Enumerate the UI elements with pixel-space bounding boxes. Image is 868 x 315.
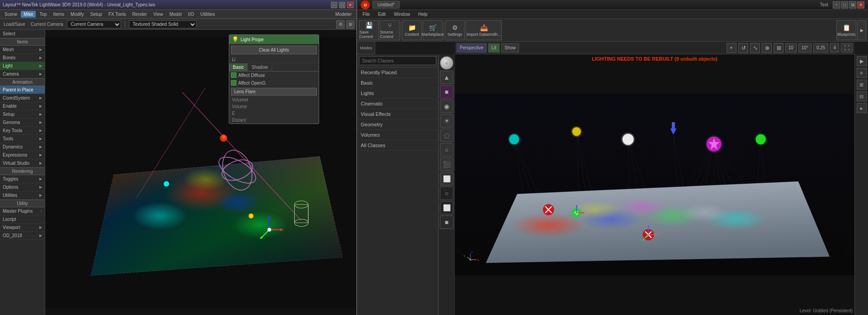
ue-source-control-btn[interactable]: ⑂ Source Control — [380, 20, 400, 40]
ue-save-current-btn[interactable]: 💾 Save Current — [359, 20, 379, 40]
lw-sidebar-bones[interactable]: Bones▶ — [0, 54, 45, 62]
lw-modify-tab[interactable]: Modify — [68, 11, 86, 18]
maximize-button[interactable]: □ — [339, 2, 345, 8]
ue-file-menu[interactable]: File — [359, 11, 373, 18]
ue-strip-btn-4[interactable]: ⊟ — [857, 91, 867, 101]
ue-maximize-btn[interactable]: □ — [841, 1, 848, 9]
lw-viewport[interactable]: ✦ — [45, 30, 356, 315]
ue-viewport-container[interactable]: LIGHTING NEEDS TO BE REBUILT (9 unbuilt … — [455, 54, 854, 315]
lw-select-item[interactable]: Select — [0, 30, 45, 38]
lw-display-select[interactable]: Textured Shaded Solid — [129, 20, 197, 29]
ue-settings-btn[interactable]: ⚙ Settings — [445, 20, 465, 40]
ue-scale-btn[interactable]: ⤡ — [750, 43, 760, 53]
lw-shadow-tab[interactable]: Shadow — [248, 63, 272, 71]
ue-blueprints-btn[interactable]: 📋 Blueprints — [836, 20, 856, 40]
lw-enable[interactable]: Enable▶ — [0, 102, 45, 110]
lw-master-plugins[interactable]: Master Plugins○ — [0, 207, 45, 215]
ue-angle-btn[interactable]: 10° — [798, 43, 811, 52]
lw-dynamics[interactable]: Dynamics▶ — [0, 143, 45, 151]
lw-scene-tab[interactable]: Scene — [2, 11, 20, 18]
lw-setup-tab[interactable]: Setup — [88, 11, 105, 18]
lw-coordsystem[interactable]: CoordSystem▶ — [0, 94, 45, 102]
ue-untitled-tab[interactable]: Untitled* — [373, 1, 400, 9]
lw-od2018[interactable]: OD_2018▶ — [0, 232, 45, 240]
lw-expressions[interactable]: Expressions▶ — [0, 151, 45, 159]
lw-view-tab[interactable]: View — [151, 11, 166, 18]
ue-sky-thumb[interactable]: ◌ — [440, 129, 453, 142]
affect-diffuse-checkbox[interactable] — [231, 72, 236, 78]
lw-utilities-item[interactable]: Utilities▶ — [0, 191, 45, 200]
ue-search-input[interactable] — [359, 56, 436, 65]
ue-expand-toolbar-btn[interactable]: ▶ — [857, 20, 866, 40]
close-button[interactable]: ✕ — [347, 2, 354, 8]
lw-items-tab[interactable]: Items — [51, 11, 67, 18]
ue-recently-placed[interactable]: Recently Placed — [357, 67, 438, 78]
ue-last-thumb[interactable]: ■ — [440, 215, 453, 229]
ue-viewport-type-btn[interactable]: Perspective — [457, 43, 486, 52]
ue-scale-val-btn[interactable]: 0.25 — [813, 43, 828, 52]
ue-help-menu[interactable]: Help — [415, 11, 431, 18]
lw-sidebar-mesh[interactable]: Mesh▶ — [0, 46, 45, 54]
lw-settings-icon[interactable]: ⚙ — [336, 20, 344, 29]
ue-close-btn[interactable]: ✕ — [857, 1, 864, 9]
ue-content-btn[interactable]: 📁 Content — [402, 20, 422, 40]
ue-strip-btn-1[interactable]: ▶ — [857, 56, 867, 66]
ue-capsule-thumb[interactable]: ⬜ — [440, 201, 453, 215]
lw-toggles[interactable]: Toggles▶ — [0, 175, 45, 183]
lw-tools[interactable]: Tools▶ — [0, 135, 45, 143]
lw-modeler-btn[interactable]: Modeler — [333, 11, 354, 18]
ue-visual-effects-item[interactable]: Visual Effects — [357, 109, 438, 119]
lw-model-tab[interactable]: Model — [167, 11, 184, 18]
ue-basic-item[interactable]: Basic — [357, 78, 438, 88]
ue-sphere2-thumb[interactable]: ○ — [440, 186, 453, 200]
lw-mike-tab[interactable]: Mike — [21, 11, 36, 18]
ue-volumes-item[interactable]: Volumes — [357, 130, 438, 140]
ue-rotate-btn[interactable]: ↺ — [738, 43, 748, 53]
ue-grid-size-btn[interactable]: 10 — [785, 43, 797, 52]
ue-strip-btn-5[interactable]: ▸ — [857, 103, 867, 113]
lw-key-tools[interactable]: Key Tools▶ — [0, 127, 45, 135]
ue-area-thumb[interactable]: ■ — [440, 85, 453, 99]
ue-spot-thumb[interactable]: ◉ — [440, 100, 453, 113]
ue-sphere-thumb[interactable]: ● — [440, 56, 453, 70]
lw-parent-in-place[interactable]: Parent in Place — [0, 86, 45, 94]
lw-options[interactable]: Options▶ — [0, 183, 45, 191]
ue-cinematic-item[interactable]: Cinematic — [357, 99, 438, 109]
ue-cube-thumb[interactable]: ⬛ — [440, 158, 453, 171]
ue-dir-thumb[interactable]: ☀ — [440, 114, 453, 128]
ue-lights-item[interactable]: Lights — [357, 88, 438, 99]
ue-translate-btn[interactable]: + — [726, 43, 736, 53]
ue-atmo-thumb[interactable]: ○ — [440, 143, 453, 157]
lw-basic-tab[interactable]: Basic — [229, 63, 248, 71]
minimize-button[interactable]: − — [331, 2, 337, 8]
lw-utilities-tab[interactable]: Utilities — [198, 11, 217, 18]
ue-edit-menu[interactable]: Edit — [374, 11, 389, 18]
affect-opengl-checkbox[interactable] — [231, 80, 236, 86]
ue-window-menu[interactable]: Window — [390, 11, 414, 18]
clear-all-lights-button[interactable]: Clear All Lights — [231, 46, 317, 54]
ue-maximize-viewport-btn[interactable]: ⛶ — [841, 43, 853, 52]
lw-setup[interactable]: Setup▶ — [0, 110, 45, 119]
lw-fxtools-tab[interactable]: FX Tools — [106, 11, 129, 18]
ue-minimize-btn[interactable]: − — [833, 1, 840, 9]
ue-strip-btn-3[interactable]: ⊞ — [857, 80, 867, 90]
lw-viewport-item[interactable]: Viewport▶ — [0, 224, 45, 232]
lens-flare-button[interactable]: Lens Flare — [231, 88, 317, 95]
ue-snapping-btn[interactable]: ⊞ — [774, 43, 783, 53]
lw-render-tab[interactable]: Render — [129, 11, 150, 18]
ue-all-classes-item[interactable]: All Classes — [357, 140, 438, 151]
ue-geometry-item[interactable]: Geometry — [357, 119, 438, 130]
lw-grid-icon[interactable]: ⊞ — [346, 20, 354, 29]
lw-virtual-studio[interactable]: Virtual Studio▶ — [0, 159, 45, 167]
ue-strip-btn-2[interactable]: ≡ — [857, 68, 867, 78]
lw-sidebar-light[interactable]: Light▶ — [0, 62, 45, 70]
ue-cone-thumb[interactable]: ▲ — [440, 71, 453, 84]
ue-restore-btn[interactable]: ⧉ — [849, 1, 856, 9]
ue-camera-speed-btn[interactable]: 4 — [830, 43, 839, 52]
lw-io-tab[interactable]: I/O — [185, 11, 197, 18]
lw-sidebar-camera[interactable]: Camera▶ — [0, 70, 45, 78]
lw-genoma[interactable]: Genoma▶ — [0, 119, 45, 127]
ue-import-datasmith-btn[interactable]: 📥 Import Datasmith... — [466, 20, 502, 40]
lw-camera-select[interactable]: Current Camera — [67, 20, 121, 29]
ue-lit-btn[interactable]: Lit — [488, 43, 500, 52]
